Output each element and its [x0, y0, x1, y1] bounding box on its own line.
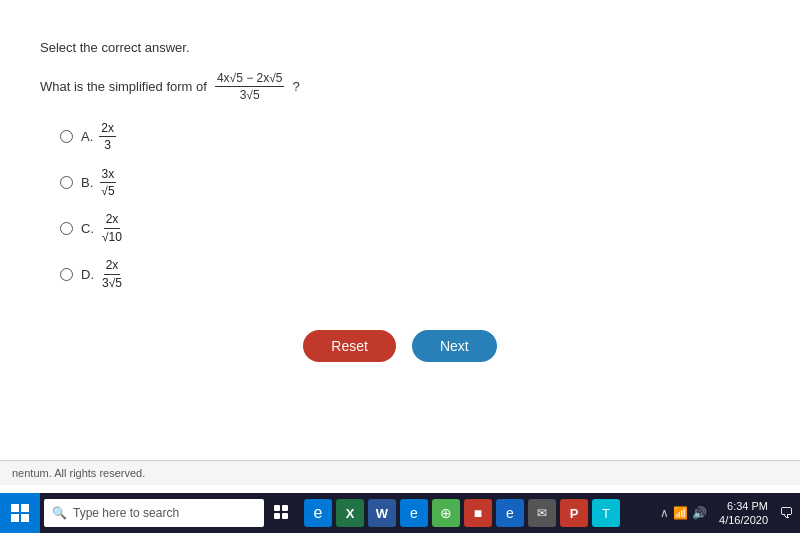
option-d-radio[interactable]: [60, 268, 73, 281]
svg-rect-7: [282, 513, 288, 519]
option-c-fraction: 2x √10: [100, 212, 124, 244]
option-b: B. 3x √5: [60, 167, 760, 199]
option-c-denominator: √10: [100, 229, 124, 244]
task-view-icon: [274, 505, 290, 521]
option-b-fraction: 3x √5: [99, 167, 116, 199]
option-a: A. 2x 3: [60, 121, 760, 153]
ie-icon[interactable]: e: [496, 499, 524, 527]
svg-rect-4: [274, 505, 280, 511]
svg-rect-6: [274, 513, 280, 519]
taskbar-date: 4/16/2020: [719, 513, 768, 527]
question-row: What is the simplified form of 4x√5 − 2x…: [40, 71, 760, 103]
taskbar-search-box[interactable]: 🔍 Type here to search: [44, 499, 264, 527]
option-a-fraction: 2x 3: [99, 121, 116, 153]
option-a-numerator: 2x: [99, 121, 116, 137]
option-d: D. 2x 3√5: [60, 258, 760, 290]
question-suffix: ?: [292, 79, 299, 94]
option-d-label: D.: [81, 267, 94, 282]
option-c: C. 2x √10: [60, 212, 760, 244]
powerpoint-icon[interactable]: P: [560, 499, 588, 527]
windows-icon: [11, 504, 29, 522]
option-b-label: B.: [81, 175, 93, 190]
option-b-radio[interactable]: [60, 176, 73, 189]
network-icon[interactable]: 📶: [673, 506, 688, 520]
taskbar-clock[interactable]: 6:34 PM 4/16/2020: [715, 499, 772, 528]
chrome-icon[interactable]: ⊕: [432, 499, 460, 527]
instruction-text: Select the correct answer.: [40, 40, 760, 55]
question-denominator: 3√5: [238, 87, 262, 102]
svg-rect-0: [11, 504, 19, 512]
notification-button[interactable]: 🗨: [772, 493, 800, 533]
edge2-icon[interactable]: e: [400, 499, 428, 527]
start-button[interactable]: [0, 493, 40, 533]
search-placeholder-text: Type here to search: [73, 506, 179, 520]
options-list: A. 2x 3 B. 3x √5 C. 2x √10: [60, 121, 760, 290]
option-c-radio[interactable]: [60, 222, 73, 235]
option-c-label: C.: [81, 221, 94, 236]
question-fraction: 4x√5 − 2x√5 3√5: [215, 71, 285, 103]
option-d-numerator: 2x: [104, 258, 121, 274]
question-prefix: What is the simplified form of: [40, 79, 207, 94]
option-b-denominator: √5: [99, 183, 116, 198]
footer-text: nentum. All rights reserved.: [12, 467, 145, 479]
footer: nentum. All rights reserved.: [0, 460, 800, 485]
svg-rect-5: [282, 505, 288, 511]
taskbar-tray: ∧ 📶 🔊: [652, 493, 715, 533]
word-icon[interactable]: W: [368, 499, 396, 527]
question-numerator: 4x√5 − 2x√5: [215, 71, 285, 87]
option-a-label: A.: [81, 129, 93, 144]
svg-rect-3: [21, 514, 29, 522]
option-a-radio[interactable]: [60, 130, 73, 143]
option-d-fraction: 2x 3√5: [100, 258, 124, 290]
mail-icon[interactable]: ✉: [528, 499, 556, 527]
excel-icon[interactable]: X: [336, 499, 364, 527]
taskbar: 🔍 Type here to search e X W e ⊕ ■ e: [0, 493, 800, 533]
search-icon: 🔍: [52, 506, 67, 520]
volume-icon[interactable]: 🔊: [692, 506, 707, 520]
option-d-denominator: 3√5: [100, 275, 124, 290]
option-b-numerator: 3x: [100, 167, 117, 183]
teams-icon[interactable]: T: [592, 499, 620, 527]
next-button[interactable]: Next: [412, 330, 497, 362]
edge-icon[interactable]: e: [304, 499, 332, 527]
svg-rect-1: [21, 504, 29, 512]
option-a-denominator: 3: [102, 137, 113, 152]
main-content: Select the correct answer. What is the s…: [0, 0, 800, 382]
taskbar-app-icons: e X W e ⊕ ■ e ✉ P T: [304, 499, 620, 527]
taskbar-time: 6:34 PM: [727, 499, 768, 513]
app-red-icon[interactable]: ■: [464, 499, 492, 527]
option-c-numerator: 2x: [104, 212, 121, 228]
notification-icon: 🗨: [779, 505, 793, 521]
reset-button[interactable]: Reset: [303, 330, 396, 362]
chevron-up-icon[interactable]: ∧: [660, 506, 669, 520]
svg-rect-2: [11, 514, 19, 522]
task-view-button[interactable]: [264, 493, 300, 533]
buttons-row: Reset Next: [40, 330, 760, 362]
